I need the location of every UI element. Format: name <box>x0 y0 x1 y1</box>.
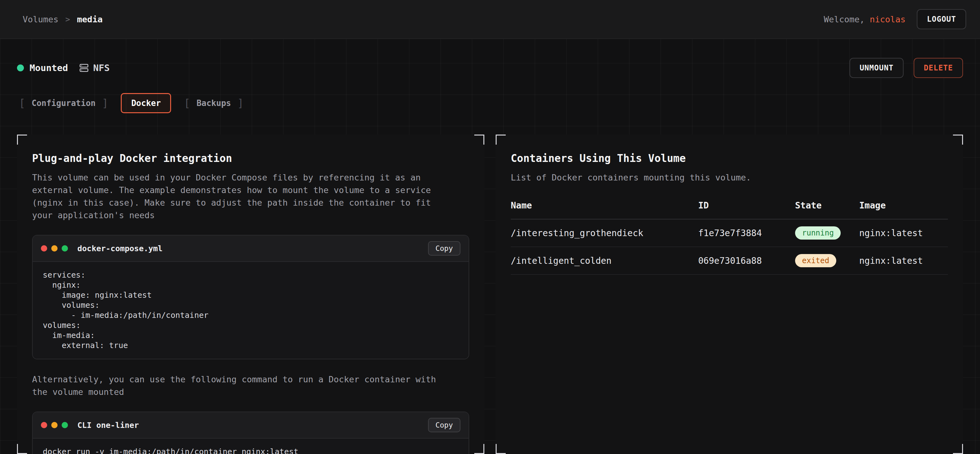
main-content: Mounted NFS UNMOUNT DELETE Configuration… <box>0 57 980 454</box>
compose-filename: docker-compose.yml <box>77 244 162 253</box>
tab-configuration-label: Configuration <box>32 98 95 108</box>
containers-panel-subtitle: List of Docker containers mounting this … <box>511 171 929 184</box>
header: Volumes > media Welcome, nicolas LOGOUT <box>0 0 980 39</box>
delete-button[interactable]: DELETE <box>914 58 963 78</box>
col-header-image: Image <box>859 200 948 211</box>
state-cell: running <box>795 226 859 240</box>
volume-type: NFS <box>79 63 110 73</box>
server-icon <box>79 63 89 73</box>
cli-filename: CLI one-liner <box>77 421 139 430</box>
corner-bracket <box>953 135 963 144</box>
red-dot-icon <box>41 422 47 428</box>
state-badge: exited <box>795 254 836 267</box>
volume-type-label: NFS <box>93 63 110 73</box>
container-image: nginx:latest <box>859 228 948 238</box>
col-header-id: ID <box>698 200 795 211</box>
tab-configuration[interactable]: Configuration <box>17 92 110 114</box>
username: nicolas <box>870 14 906 24</box>
mount-status: Mounted <box>17 63 68 73</box>
container-id: f1e73e7f3884 <box>698 228 795 238</box>
container-image: nginx:latest <box>859 256 948 266</box>
cli-intro-text: Alternatively, you can use the following… <box>32 373 450 398</box>
chevron-right-icon: > <box>65 15 70 24</box>
cli-code: docker run -v im-media:/path/in/containe… <box>33 438 469 454</box>
container-name: /intelligent_colden <box>511 256 698 266</box>
containers-panel: Containers Using This Volume List of Doc… <box>496 135 963 454</box>
yellow-dot-icon <box>51 245 57 251</box>
docker-panel-description: This volume can be used in your Docker C… <box>32 171 450 222</box>
green-dot-icon <box>62 245 68 251</box>
docker-integration-panel: Plug-and-play Docker integration This vo… <box>17 135 484 454</box>
state-badge: running <box>795 226 841 240</box>
state-cell: exited <box>795 254 859 267</box>
docker-panel-title: Plug-and-play Docker integration <box>32 152 469 164</box>
compose-code: services: nginx: image: nginx:latest vol… <box>33 262 469 359</box>
compose-code-block: docker-compose.yml Copy services: nginx:… <box>32 235 469 359</box>
tab-bar: Configuration Docker Backups <box>17 92 963 114</box>
header-right: Welcome, nicolas LOGOUT <box>824 9 966 29</box>
mounted-status-label: Mounted <box>30 63 68 73</box>
col-header-name: Name <box>511 200 698 211</box>
table-row: /interesting_grothendieck f1e73e7f3884 r… <box>511 219 948 247</box>
container-id: 069e73016a88 <box>698 256 795 266</box>
welcome-prefix: Welcome, <box>824 14 870 24</box>
containers-table: Name ID State Image /interesting_grothen… <box>511 200 948 275</box>
volume-status-row: Mounted NFS UNMOUNT DELETE <box>17 57 963 79</box>
corner-bracket <box>953 444 963 454</box>
corner-bracket <box>474 444 484 454</box>
corner-bracket <box>496 135 506 144</box>
tab-docker-label: Docker <box>131 98 161 108</box>
corner-bracket <box>17 135 27 144</box>
tab-backups-label: Backups <box>197 98 231 108</box>
containers-panel-title: Containers Using This Volume <box>511 152 948 164</box>
table-row: /intelligent_colden 069e73016a88 exited … <box>511 247 948 275</box>
welcome-text: Welcome, nicolas <box>824 14 905 24</box>
panels: Plug-and-play Docker integration This vo… <box>17 135 963 454</box>
containers-table-header: Name ID State Image <box>511 200 948 219</box>
copy-cli-button[interactable]: Copy <box>428 418 460 432</box>
col-header-state: State <box>795 200 859 211</box>
red-dot-icon <box>41 245 47 251</box>
green-dot-icon <box>62 422 68 428</box>
logout-button[interactable]: LOGOUT <box>917 9 966 29</box>
tab-docker[interactable]: Docker <box>121 93 171 113</box>
corner-bracket <box>474 135 484 144</box>
breadcrumb-volumes-link[interactable]: Volumes <box>23 14 59 24</box>
container-name: /interesting_grothendieck <box>511 228 698 238</box>
compose-code-header: docker-compose.yml Copy <box>33 235 469 262</box>
tab-backups[interactable]: Backups <box>182 92 246 114</box>
corner-bracket <box>496 444 506 454</box>
volume-actions: UNMOUNT DELETE <box>850 58 963 78</box>
page: { "header": { "breadcrumb": { "parent": … <box>0 0 980 454</box>
window-dots-icon <box>41 245 68 251</box>
breadcrumb-current-volume: media <box>77 14 103 24</box>
cli-code-header: CLI one-liner Copy <box>33 412 469 438</box>
breadcrumb: Volumes > media <box>23 14 103 24</box>
mounted-status-dot <box>17 65 24 71</box>
yellow-dot-icon <box>51 422 57 428</box>
corner-bracket <box>17 444 27 454</box>
copy-compose-button[interactable]: Copy <box>428 241 460 256</box>
cli-code-block: CLI one-liner Copy docker run -v im-medi… <box>32 411 469 454</box>
unmount-button[interactable]: UNMOUNT <box>850 58 904 78</box>
window-dots-icon <box>41 422 68 428</box>
